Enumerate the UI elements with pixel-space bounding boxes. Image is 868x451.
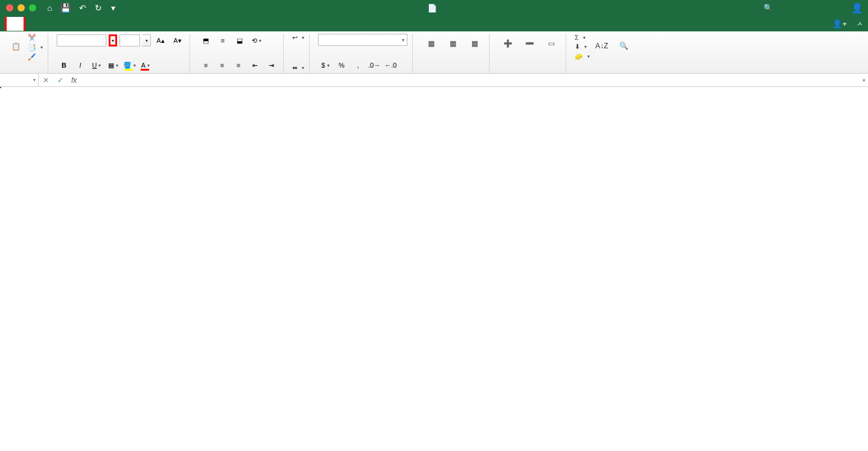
cut-button[interactable]: ✂️	[28, 34, 38, 42]
quick-access-toolbar: ⌂ 💾 ↶ ↻ ▾	[47, 3, 115, 13]
tab-developer[interactable]	[144, 21, 161, 26]
cancel-formula-icon[interactable]: ✕	[39, 76, 53, 85]
increase-decimal-icon[interactable]: .0→	[367, 59, 381, 72]
underline-button[interactable]: U▾	[89, 59, 104, 72]
search-sheet[interactable]: 🔍	[761, 2, 845, 13]
font-color-button[interactable]: A▾	[138, 59, 153, 72]
tab-formulas[interactable]	[76, 21, 93, 26]
close-window-icon[interactable]	[6, 4, 13, 11]
decrease-indent-icon[interactable]: ⇤	[247, 59, 262, 72]
document-title: 📄	[427, 4, 441, 13]
window-controls	[0, 4, 36, 11]
borders-button[interactable]: ▦▾	[106, 59, 120, 72]
name-box-dropdown-icon[interactable]: ▾	[33, 77, 36, 83]
tab-data[interactable]	[93, 21, 110, 26]
share-button[interactable]: 👤+	[832, 19, 849, 28]
user-account-icon[interactable]: 👤	[851, 2, 863, 14]
ribbon-tabs: 👤+ ㅅ	[0, 16, 868, 31]
spreadsheet-grid[interactable]	[0, 87, 868, 451]
expand-formula-bar-icon[interactable]: ▾	[863, 77, 866, 83]
percent-icon[interactable]: %	[334, 59, 349, 72]
font-name-combo[interactable]	[57, 34, 106, 46]
group-styles: ▦ ▦ ▦	[419, 34, 490, 73]
insert-cells-button[interactable]: ➕	[498, 34, 517, 56]
align-bottom-icon[interactable]: ⬓	[232, 34, 247, 47]
name-box[interactable]: ▾	[0, 74, 39, 86]
excel-file-icon: 📄	[427, 4, 437, 13]
group-number: ▾ $▾ % , .0→ ←.0	[316, 34, 413, 73]
group-cells: ➕ ➖ ▭	[496, 34, 566, 73]
fx-icon[interactable]: fx	[71, 76, 77, 85]
enter-formula-icon[interactable]: ✓	[53, 76, 68, 85]
fill-color-button[interactable]: 🪣▾	[122, 59, 136, 72]
increase-font-icon[interactable]: A▴	[153, 34, 168, 47]
decrease-font-icon[interactable]: A▾	[170, 34, 185, 47]
currency-icon[interactable]: $▾	[318, 59, 333, 72]
clear-button[interactable]: 🧽 ▾	[575, 53, 590, 60]
decrease-decimal-icon[interactable]: ←.0	[383, 59, 398, 72]
copy-button[interactable]: 📑 ▾	[28, 43, 43, 51]
format-painter-button[interactable]: 🖌️	[28, 53, 38, 61]
home-icon[interactable]: ⌂	[47, 3, 52, 13]
collapse-ribbon-icon[interactable]: ㅅ	[857, 19, 863, 28]
conditional-formatting-button[interactable]: ▦	[421, 34, 441, 56]
delete-cells-button[interactable]: ➖	[520, 34, 539, 56]
orientation-icon[interactable]: ⟲▾	[249, 34, 264, 47]
font-name-dropdown-icon[interactable]: ▾	[109, 34, 117, 46]
highlight-home-tab	[5, 17, 25, 31]
cell-styles-button[interactable]: ▦	[465, 34, 484, 56]
group-editing: Σ ▾ ⬇ ▾ 🧽 ▾ A↓Z 🔍	[572, 34, 638, 73]
qat-dropdown-icon[interactable]: ▾	[111, 3, 115, 13]
wrap-text-button[interactable]: ↩ ▾	[292, 34, 304, 42]
number-format-combo[interactable]: ▾	[318, 34, 407, 46]
italic-button[interactable]: I	[73, 59, 88, 72]
formula-bar: ▾ ✕ ✓ fx ▾	[0, 74, 868, 87]
merge-center-button[interactable]: ⬌ ▾	[292, 64, 304, 72]
align-left-icon[interactable]: ≡	[199, 59, 213, 72]
align-middle-icon[interactable]: ≡	[215, 34, 230, 47]
align-center-icon[interactable]: ≡	[215, 59, 229, 72]
search-input[interactable]	[776, 4, 843, 12]
sort-filter-button[interactable]: A↓Z	[592, 36, 611, 58]
increase-indent-icon[interactable]: ⇥	[264, 59, 278, 72]
tab-view[interactable]	[127, 21, 144, 26]
autosum-button[interactable]: Σ ▾	[575, 34, 586, 41]
format-as-table-button[interactable]: ▦	[443, 34, 462, 56]
font-size-combo[interactable]	[120, 34, 140, 46]
tab-draw[interactable]	[42, 21, 59, 26]
align-top-icon[interactable]: ⬒	[199, 34, 213, 47]
titlebar: ⌂ 💾 ↶ ↻ ▾ 📄 🔍 👤	[0, 0, 868, 16]
paste-icon[interactable]: 📋	[6, 37, 25, 56]
redo-icon[interactable]: ↻	[95, 3, 102, 13]
tab-insert[interactable]	[25, 21, 42, 26]
search-icon: 🔍	[764, 4, 773, 12]
tab-page-layout[interactable]	[59, 21, 76, 26]
undo-icon[interactable]: ↶	[79, 3, 86, 13]
font-size-dropdown-icon[interactable]: ▾	[142, 34, 151, 46]
tab-home[interactable]	[7, 17, 24, 31]
group-clipboard: 📋 ✂️ 📑 ▾ 🖌️	[4, 34, 48, 73]
save-icon[interactable]: 💾	[60, 3, 71, 13]
minimize-window-icon[interactable]	[18, 4, 25, 11]
formula-input[interactable]	[80, 76, 868, 85]
find-select-button[interactable]: 🔍	[614, 36, 633, 58]
fill-button[interactable]: ⬇ ▾	[575, 43, 587, 51]
group-alignment: ⬒ ≡ ⬓ ⟲▾ ≡ ≡ ≡ ⇤ ⇥	[196, 34, 284, 73]
zoom-window-icon[interactable]	[29, 4, 36, 11]
format-cells-button[interactable]: ▭	[541, 34, 561, 56]
align-right-icon[interactable]: ≡	[231, 59, 246, 72]
group-font: ▾ ▾ A▴ A▾ B I U▾ ▦▾ 🪣▾ A▾	[54, 34, 190, 73]
ribbon: 📋 ✂️ 📑 ▾ 🖌️ ▾ ▾ A▴ A▾ B I U▾ ▦▾ 🪣▾	[0, 31, 868, 74]
bold-button[interactable]: B	[57, 59, 71, 72]
comma-style-icon[interactable]: ,	[351, 59, 365, 72]
tab-review[interactable]	[110, 21, 127, 26]
group-wrap-merge: ↩ ▾ ⬌ ▾	[290, 34, 310, 73]
